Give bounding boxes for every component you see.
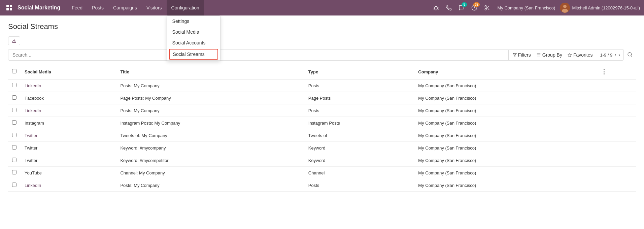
nav-configuration[interactable]: Configuration Settings Social Media Soci… — [167, 0, 204, 15]
cell-type: Posts — [304, 179, 414, 192]
col-type: Type — [304, 65, 414, 79]
select-all-checkbox[interactable] — [12, 69, 16, 73]
cell-type: Posts — [304, 79, 414, 92]
table-row: LinkedIn Posts: My Company Posts My Comp… — [8, 179, 636, 192]
row-checkbox-cell[interactable] — [8, 92, 21, 104]
clock-badge: 32 — [473, 2, 480, 7]
user-avatar[interactable] — [560, 3, 570, 13]
svg-line-21 — [631, 56, 632, 57]
cell-social-media: YouTube — [21, 167, 116, 179]
user-name[interactable]: Mitchell Admin (12002976-15-0-all) — [572, 5, 640, 10]
cell-social-media: LinkedIn — [21, 179, 116, 192]
svg-point-20 — [628, 53, 632, 56]
cell-type: Tweets of — [304, 129, 414, 142]
bug-icon-btn[interactable] — [431, 2, 441, 13]
clock-icon-btn[interactable]: 32 — [469, 2, 480, 13]
row-checkbox[interactable] — [12, 133, 16, 137]
row-checkbox[interactable] — [12, 95, 16, 100]
cell-title: Instagram Posts: My Company — [116, 117, 304, 129]
favorites-button[interactable]: Favorites — [568, 50, 593, 60]
download-button[interactable] — [8, 36, 20, 45]
row-checkbox-cell[interactable] — [8, 129, 21, 142]
svg-marker-19 — [568, 53, 572, 57]
table-row: Facebook Page Posts: My Company Page Pos… — [8, 92, 636, 104]
search-icon-btn[interactable] — [624, 52, 636, 58]
row-checkbox-cell[interactable] — [8, 154, 21, 167]
nav-visitors[interactable]: Visitors — [142, 0, 167, 15]
row-checkbox-cell[interactable] — [8, 117, 21, 129]
cell-company: My Company (San Francisco) — [414, 179, 597, 192]
filter-group: Filters Group By Favorites — [509, 50, 597, 60]
cell-more — [597, 142, 636, 154]
filters-button[interactable]: Filters — [513, 50, 531, 60]
select-all-header[interactable] — [8, 65, 21, 79]
cell-title: Posts: My Company — [116, 79, 304, 92]
nav-campaigns[interactable]: Campaigns — [108, 0, 142, 15]
cell-company: My Company (San Francisco) — [414, 79, 597, 92]
dropdown-social-streams[interactable]: Social Streams — [169, 49, 218, 60]
top-nav-menu: Feed Posts Campaigns Visitors Configurat… — [67, 0, 431, 15]
search-input[interactable] — [8, 50, 508, 60]
cell-social-media: Instagram — [21, 117, 116, 129]
table-row: Instagram Instagram Posts: My Company In… — [8, 117, 636, 129]
chat-icon-btn[interactable]: 8 — [456, 2, 467, 13]
dropdown-settings[interactable]: Settings — [167, 16, 220, 27]
svg-line-9 — [488, 8, 489, 10]
row-checkbox[interactable] — [12, 170, 16, 174]
row-checkbox-cell[interactable] — [8, 179, 21, 192]
cell-title: Keyword: #mycompetitor — [116, 154, 304, 167]
col-more: ⋮ — [597, 65, 636, 79]
dropdown-social-media[interactable]: Social Media — [167, 27, 220, 37]
row-checkbox[interactable] — [12, 183, 16, 187]
cell-more — [597, 79, 636, 92]
table-row: Twitter Keyword: #mycompetitor Keyword M… — [8, 154, 636, 167]
row-checkbox[interactable] — [12, 83, 16, 87]
table-row: LinkedIn Posts: My Company Posts My Comp… — [8, 79, 636, 92]
nav-feed[interactable]: Feed — [67, 0, 87, 15]
prev-page-btn[interactable]: ‹ — [614, 52, 616, 58]
next-page-btn[interactable]: › — [618, 52, 620, 58]
cell-title: Keyword: #mycompany — [116, 142, 304, 154]
row-checkbox[interactable] — [12, 108, 16, 112]
pagination: 1-9 / 9 ‹ › — [597, 50, 623, 60]
phone-icon-btn[interactable] — [443, 2, 454, 13]
cell-company: My Company (San Francisco) — [414, 104, 597, 117]
top-nav-right: 8 32 My Company (San Francisco) Mitch — [431, 2, 640, 13]
row-checkbox[interactable] — [12, 120, 16, 125]
dropdown-social-accounts[interactable]: Social Accounts — [167, 37, 220, 48]
table-row: Twitter Tweets of: My Company Tweets of … — [8, 129, 636, 142]
svg-rect-1 — [10, 5, 12, 7]
page-title: Social Streams — [8, 22, 636, 31]
cell-company: My Company (San Francisco) — [414, 117, 597, 129]
svg-point-7 — [485, 8, 487, 10]
row-checkbox[interactable] — [12, 158, 16, 162]
svg-marker-15 — [513, 54, 516, 57]
data-table: Social Media Title Type Company ⋮ Li — [8, 65, 636, 192]
search-filters-bar: Filters Group By Favorites 1-9 / 9 — [8, 49, 624, 61]
cell-type: Posts — [304, 104, 414, 117]
cell-type: Instagram Posts — [304, 117, 414, 129]
cell-more — [597, 117, 636, 129]
scissors-icon-btn[interactable] — [482, 2, 493, 13]
svg-point-6 — [485, 5, 487, 7]
page-content: Social Streams Filters — [0, 15, 644, 192]
grid-menu-icon[interactable] — [4, 2, 15, 13]
cell-title: Page Posts: My Company — [116, 92, 304, 104]
company-selector[interactable]: My Company (San Francisco) — [495, 5, 558, 10]
cell-social-media: Facebook — [21, 92, 116, 104]
cell-company: My Company (San Francisco) — [414, 167, 597, 179]
cell-title: Posts: My Company — [116, 104, 304, 117]
groupby-button[interactable]: Group By — [536, 50, 562, 60]
svg-line-10 — [486, 7, 487, 8]
cell-more — [597, 92, 636, 104]
cell-company: My Company (San Francisco) — [414, 92, 597, 104]
row-checkbox-cell[interactable] — [8, 79, 21, 92]
nav-posts[interactable]: Posts — [87, 0, 108, 15]
row-checkbox[interactable] — [12, 145, 16, 150]
table-row: LinkedIn Posts: My Company Posts My Comp… — [8, 104, 636, 117]
row-checkbox-cell[interactable] — [8, 104, 21, 117]
more-options-btn[interactable]: ⋮ — [601, 68, 607, 75]
cell-more — [597, 104, 636, 117]
row-checkbox-cell[interactable] — [8, 142, 21, 154]
row-checkbox-cell[interactable] — [8, 167, 21, 179]
